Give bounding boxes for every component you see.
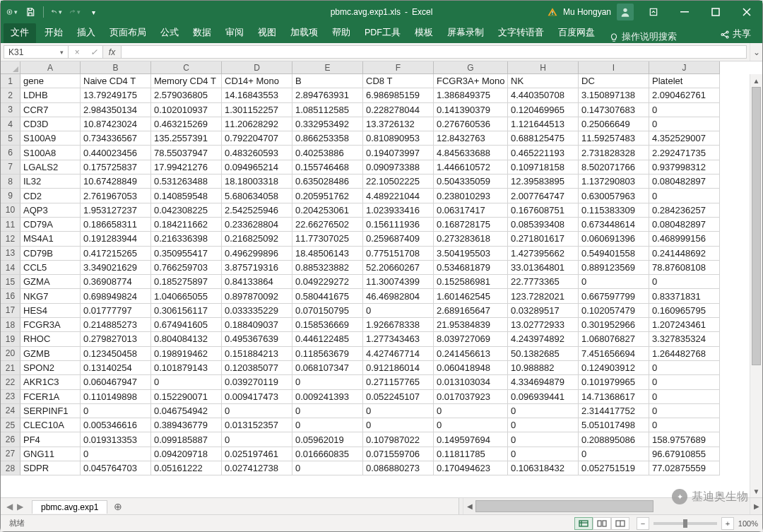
cell-A10[interactable]: AQP3 [20, 203, 81, 218]
cancel-formula-icon[interactable]: × [69, 47, 85, 57]
cell-C4[interactable]: 0.463215269 [151, 117, 222, 131]
row-header-4[interactable]: 4 [1, 117, 20, 131]
ribbon-tab-1[interactable]: 开始 [37, 23, 70, 43]
cell-G14[interactable]: 0.534681879 [434, 261, 508, 275]
cell-H11[interactable]: 0.085393408 [508, 218, 579, 232]
cell-H21[interactable]: 10.988882 [508, 361, 579, 375]
cell-H23[interactable]: 0.096939441 [508, 390, 579, 404]
cell-E20[interactable]: 0.118563679 [292, 347, 363, 361]
cell-B20[interactable]: 0.123450458 [81, 347, 151, 361]
cell-F17[interactable]: 0 [363, 304, 434, 318]
cell-H25[interactable]: 0 [508, 418, 579, 432]
minimize-button[interactable] [669, 1, 700, 23]
zoom-in[interactable]: + [721, 517, 734, 530]
save-icon[interactable] [25, 6, 36, 18]
cell-D21[interactable]: 0.120385077 [222, 361, 292, 375]
cell-D8[interactable]: 18.18003318 [222, 175, 292, 189]
share-button[interactable]: 共享 [711, 25, 759, 43]
cell-D1[interactable]: CD14+ Mono [222, 74, 292, 88]
scroll-left-icon[interactable]: ◀ [463, 498, 475, 514]
view-page-break[interactable] [611, 517, 629, 530]
col-header-G[interactable]: G [434, 61, 508, 74]
cell-E15[interactable]: 0.049229272 [292, 275, 363, 289]
cell-E4[interactable]: 0.332953492 [292, 117, 363, 131]
ribbon-tab-7[interactable]: 视图 [251, 23, 283, 43]
cell-B15[interactable]: 0.36908774 [81, 275, 151, 289]
cell-H18[interactable]: 13.02772933 [508, 318, 579, 332]
cell-C18[interactable]: 0.674941605 [151, 318, 222, 332]
cell-C24[interactable]: 0.046754942 [151, 404, 222, 418]
cell-J3[interactable]: 0 [649, 103, 720, 117]
cell-A28[interactable]: SDPR [20, 461, 81, 475]
cell-A11[interactable]: CD79A [20, 218, 81, 232]
cell-B3[interactable]: 2.984350134 [81, 103, 151, 117]
cell-H8[interactable]: 12.39583895 [508, 175, 579, 189]
cell-E13[interactable]: 18.48506143 [292, 247, 363, 261]
cell-A22[interactable]: AKR1C3 [20, 375, 81, 389]
cell-H9[interactable]: 2.007764747 [508, 189, 579, 203]
cell-A7[interactable]: LGALS2 [20, 160, 81, 175]
cell-D7[interactable]: 0.094965214 [222, 160, 292, 175]
cell-G22[interactable]: 0.013103034 [434, 375, 508, 389]
cell-D6[interactable]: 0.483260593 [222, 146, 292, 160]
cell-I25[interactable]: 5.051017498 [579, 418, 649, 432]
cell-C17[interactable]: 0.306156117 [151, 304, 222, 318]
cell-D23[interactable]: 0.009417473 [222, 390, 292, 404]
cell-G2[interactable]: 1.386849375 [434, 88, 508, 102]
cell-A21[interactable]: SPON2 [20, 361, 81, 375]
ribbon-tab-9[interactable]: 帮助 [325, 23, 357, 43]
cell-A2[interactable]: LDHB [20, 88, 81, 102]
row-header-6[interactable]: 6 [1, 146, 20, 160]
cell-B26[interactable]: 0.019313353 [81, 432, 151, 447]
cell-H28[interactable]: 0.106318432 [508, 461, 579, 475]
cell-C5[interactable]: 135.2557391 [151, 131, 222, 146]
row-header-13[interactable]: 13 [1, 247, 20, 261]
cell-C27[interactable]: 0.094209718 [151, 447, 222, 461]
row-header-5[interactable]: 5 [1, 131, 20, 146]
cell-I21[interactable]: 0.124903912 [579, 361, 649, 375]
ribbon-tab-6[interactable]: 审阅 [218, 23, 251, 43]
cell-F19[interactable]: 1.277343463 [363, 332, 434, 346]
cell-G18[interactable]: 21.95384839 [434, 318, 508, 332]
cell-H7[interactable]: 0.109718158 [508, 160, 579, 175]
cell-B6[interactable]: 0.440023456 [81, 146, 151, 160]
cell-D5[interactable]: 0.792204707 [222, 131, 292, 146]
cell-G20[interactable]: 0.241456613 [434, 347, 508, 361]
cell-F16[interactable]: 46.46982804 [363, 289, 434, 303]
cell-A23[interactable]: FCER1A [20, 390, 81, 404]
cell-A15[interactable]: GZMA [20, 275, 81, 289]
cell-G8[interactable]: 0.504335059 [434, 175, 508, 189]
cell-E8[interactable]: 0.635028486 [292, 175, 363, 189]
ribbon-tab-12[interactable]: 屏幕录制 [440, 23, 491, 43]
cell-J1[interactable]: Platelet [649, 74, 720, 88]
cell-G16[interactable]: 1.601462545 [434, 289, 508, 303]
cell-A6[interactable]: S100A8 [20, 146, 81, 160]
cell-C15[interactable]: 0.185275897 [151, 275, 222, 289]
cell-E10[interactable]: 0.204253061 [292, 203, 363, 218]
cell-J22[interactable]: 0 [649, 375, 720, 389]
cell-F15[interactable]: 11.30074399 [363, 275, 434, 289]
cell-H14[interactable]: 33.01364801 [508, 261, 579, 275]
cell-G27[interactable]: 0.11811785 [434, 447, 508, 461]
cell-J10[interactable]: 0.284236257 [649, 203, 720, 218]
cell-E28[interactable]: 0 [292, 461, 363, 475]
cell-B17[interactable]: 0.01777797 [81, 304, 151, 318]
cell-I26[interactable]: 0.208895086 [579, 432, 649, 447]
cell-C7[interactable]: 17.99421276 [151, 160, 222, 175]
cell-G9[interactable]: 0.238010293 [434, 189, 508, 203]
cell-G23[interactable]: 0.017037923 [434, 390, 508, 404]
ribbon-tab-8[interactable]: 加载项 [283, 23, 325, 43]
cell-F21[interactable]: 0.912186014 [363, 361, 434, 375]
select-all-corner[interactable] [1, 61, 20, 74]
cell-J24[interactable]: 0 [649, 404, 720, 418]
cell-I11[interactable]: 0.673448614 [579, 218, 649, 232]
cell-A18[interactable]: FCGR3A [20, 318, 81, 332]
cell-D22[interactable]: 0.039270119 [222, 375, 292, 389]
cell-B24[interactable]: 0 [81, 404, 151, 418]
row-header-28[interactable]: 28 [1, 461, 20, 475]
cell-G7[interactable]: 1.446610572 [434, 160, 508, 175]
ribbon-tab-11[interactable]: 模板 [408, 23, 440, 43]
cell-H15[interactable]: 22.7773365 [508, 275, 579, 289]
cell-G6[interactable]: 4.845633688 [434, 146, 508, 160]
qat-customize-icon[interactable]: ▾ [88, 6, 99, 18]
